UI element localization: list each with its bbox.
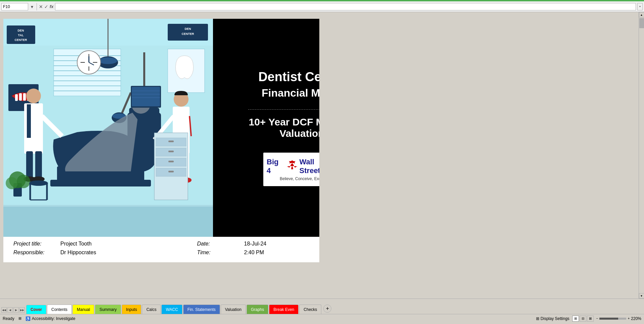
svg-text:CENTER: CENTER	[14, 38, 27, 42]
date-label: Date:	[197, 241, 244, 247]
cover-slide: DEN TAL CENTER	[3, 19, 319, 237]
zoom-out-icon[interactable]: −	[596, 317, 598, 320]
tab-scroll-first[interactable]: ◀◀	[1, 307, 7, 313]
cover-title: Dentist Center	[258, 70, 319, 84]
tab-inputs[interactable]: Inputs	[122, 305, 142, 314]
formula-fx-icon[interactable]: fx	[50, 4, 54, 9]
cover-subtitle: Financial Model	[262, 87, 319, 99]
svg-point-15	[99, 57, 117, 64]
expand-icon[interactable]: ▾	[31, 4, 33, 9]
tab-nav-buttons: ◀◀ ◀ ▶ ▶▶	[1, 307, 25, 313]
cover-tagline: 10+ Year DCF Model & Valuation	[226, 116, 319, 139]
cancel-icon[interactable]: ✕	[39, 4, 43, 9]
svg-text:DEN: DEN	[184, 27, 191, 31]
svg-rect-27	[15, 94, 18, 101]
responsible-value: Dr Hippocrates	[60, 250, 96, 256]
svg-rect-47	[26, 151, 33, 178]
svg-rect-67	[168, 171, 174, 172]
accessibility-area[interactable]: ♿ Accessibility: Investigate	[25, 316, 75, 321]
svg-rect-29	[23, 93, 26, 101]
date-value: 18-Jul-24	[244, 241, 267, 247]
project-info-right: Date: 18-Jul-24 Time: 2:40 PM	[197, 241, 320, 258]
zoom-slider[interactable]	[599, 318, 626, 320]
svg-point-75	[6, 177, 18, 189]
cell-reference-box[interactable]: F10	[1, 3, 28, 10]
time-row: Time: 2:40 PM	[197, 250, 320, 256]
tab-bar: ◀◀ ◀ ▶ ▶▶ Cover Contents Manual Summary …	[0, 299, 644, 314]
svg-rect-65	[168, 151, 174, 152]
svg-rect-66	[168, 161, 174, 162]
layout-view-button[interactable]: ⊟	[580, 316, 586, 322]
confirm-icon[interactable]: ✓	[44, 4, 48, 9]
logo-box: Big 4 Wall Street	[263, 153, 319, 186]
status-ready-text: Ready	[3, 316, 14, 321]
formula-bar: F10 ▾ ✕ ✓ fx ▾	[0, 1, 644, 12]
project-info-area: Project title: Project Tooth Responsible…	[3, 237, 319, 262]
responsible-label: Responsible:	[13, 250, 60, 256]
display-settings-icon: ⊞	[536, 316, 539, 321]
zoom-area: − + 220%	[596, 316, 641, 321]
formula-scroll-arrow[interactable]: ▾	[637, 3, 643, 10]
cell-mode-icon[interactable]: ⊞	[18, 316, 21, 321]
tab-wacc[interactable]: WACC	[161, 305, 182, 314]
svg-rect-28	[19, 93, 22, 101]
scrollbar-thumb[interactable]	[639, 18, 644, 28]
accessibility-label: Accessibility: Investigate	[32, 316, 75, 321]
eagle-icon	[286, 159, 298, 173]
cover-divider	[248, 109, 319, 110]
gray-right-area	[319, 12, 639, 299]
zoom-level: 220%	[631, 316, 641, 321]
accessibility-icon: ♿	[25, 316, 31, 321]
display-settings[interactable]: ⊞ Display Settings	[536, 316, 570, 321]
tab-scroll-left[interactable]: ◀	[7, 307, 13, 313]
svg-rect-64	[168, 141, 174, 142]
add-sheet-button[interactable]: +	[323, 305, 331, 313]
tab-valuation[interactable]: Valuation	[221, 305, 246, 314]
scroll-up-arrow[interactable]: ▲	[639, 12, 644, 17]
tab-scroll-right[interactable]: ▶	[13, 307, 19, 313]
page-break-view-button[interactable]: ⊠	[587, 316, 594, 322]
normal-view-button[interactable]: ⊞	[572, 316, 579, 322]
time-value: 2:40 PM	[244, 250, 264, 256]
dental-image: DEN TAL CENTER	[3, 19, 213, 237]
tab-summary[interactable]: Summary	[95, 305, 121, 314]
svg-point-43	[26, 89, 41, 103]
scrollbar-track[interactable]	[639, 17, 644, 293]
view-buttons: ⊞ ⊟ ⊠	[572, 316, 594, 322]
logo-tagline: Believe, Conceive, Excel	[280, 176, 319, 181]
tab-contents[interactable]: Contents	[47, 305, 72, 314]
logo-wallstreet: Wall Street	[300, 158, 319, 175]
svg-text:DEN: DEN	[17, 29, 24, 32]
svg-point-77	[29, 180, 48, 186]
svg-point-76	[17, 175, 30, 188]
project-title-row: Project title: Project Tooth	[13, 241, 197, 247]
project-info-left: Project title: Project Tooth Responsible…	[13, 241, 197, 258]
svg-rect-45	[27, 104, 31, 138]
logo-row: Big 4 Wall Street	[267, 158, 319, 175]
zoom-in-icon[interactable]: +	[628, 317, 630, 320]
display-settings-label: Display Settings	[541, 316, 570, 321]
tab-graphs[interactable]: Graphs	[247, 305, 268, 314]
tab-manual[interactable]: Manual	[72, 305, 94, 314]
formula-divider	[37, 3, 37, 10]
svg-rect-81	[3, 205, 213, 237]
svg-rect-69	[132, 87, 160, 106]
tab-scroll-last[interactable]: ▶▶	[19, 307, 25, 313]
project-title-label: Project title:	[13, 241, 60, 247]
tab-cover[interactable]: Cover	[26, 305, 46, 314]
logo-big4: Big 4	[267, 158, 285, 175]
time-label: Time:	[197, 250, 244, 256]
responsible-row: Responsible: Dr Hippocrates	[13, 250, 197, 256]
project-title-value: Project Tooth	[60, 241, 92, 247]
tab-fin-statements[interactable]: Fin. Statements	[183, 305, 220, 314]
tab-break-even[interactable]: Break Even	[269, 305, 299, 314]
formula-input[interactable]	[55, 3, 636, 10]
status-left: Ready ⊞ ♿ Accessibility: Investigate	[3, 316, 536, 321]
scroll-down-arrow[interactable]: ▼	[639, 293, 644, 299]
svg-rect-48	[35, 151, 42, 178]
tab-calcs[interactable]: Calcs	[142, 305, 161, 314]
status-bar: Ready ⊞ ♿ Accessibility: Investigate ⊞ D…	[0, 314, 644, 323]
tab-checks[interactable]: Checks	[299, 305, 321, 314]
right-scrollbar[interactable]: ▲ ▼	[639, 12, 644, 299]
sheet-content: DEN TAL CENTER	[0, 12, 319, 299]
